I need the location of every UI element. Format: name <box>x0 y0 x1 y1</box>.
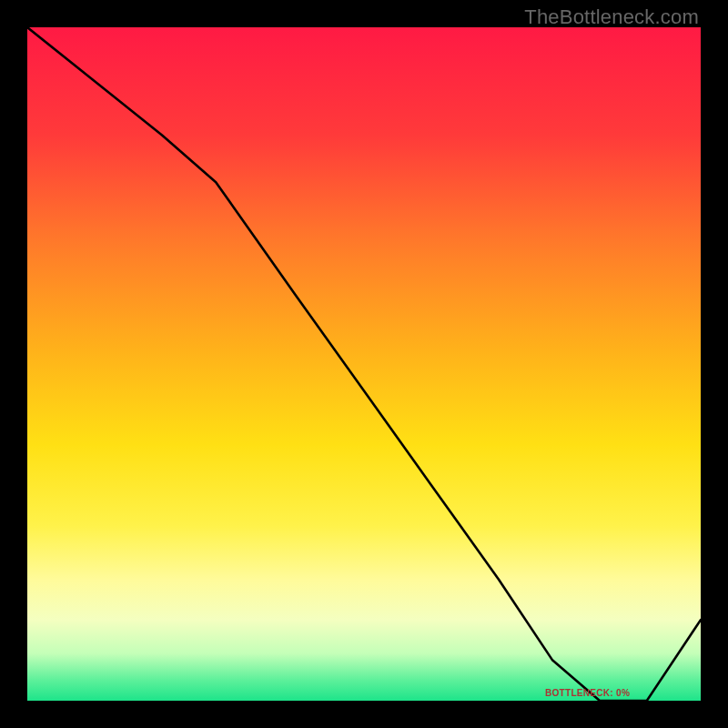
plot-area: BOTTLENECK: 0% <box>27 27 701 701</box>
chart-frame: TheBottleneck.com BOTTLENECK: 0% <box>0 0 728 728</box>
bottleneck-chart <box>27 27 701 701</box>
watermark-text: TheBottleneck.com <box>524 5 699 29</box>
gradient-background <box>27 27 701 701</box>
bottleneck-annotation: BOTTLENECK: 0% <box>545 688 630 698</box>
